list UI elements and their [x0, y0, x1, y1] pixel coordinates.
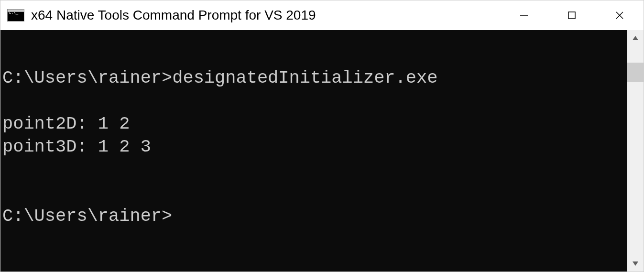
- app-icon: [7, 9, 24, 22]
- scroll-down-arrow[interactable]: [627, 255, 644, 272]
- maximize-button[interactable]: [548, 0, 596, 30]
- svg-rect-1: [568, 12, 575, 19]
- terminal-container: C:\Users\rainer>designatedInitializer.ex…: [0, 30, 644, 272]
- scroll-thumb[interactable]: [627, 63, 644, 82]
- titlebar[interactable]: x64 Native Tools Command Prompt for VS 2…: [0, 0, 644, 30]
- vertical-scrollbar[interactable]: [627, 30, 644, 272]
- minimize-button[interactable]: [500, 0, 548, 30]
- scroll-up-arrow[interactable]: [627, 30, 644, 46]
- window-title: x64 Native Tools Command Prompt for VS 2…: [31, 8, 316, 23]
- svg-marker-5: [633, 261, 638, 266]
- close-button[interactable]: [596, 0, 644, 30]
- svg-marker-4: [633, 36, 638, 40]
- window-controls: [500, 0, 644, 30]
- terminal-output[interactable]: C:\Users\rainer>designatedInitializer.ex…: [0, 30, 627, 272]
